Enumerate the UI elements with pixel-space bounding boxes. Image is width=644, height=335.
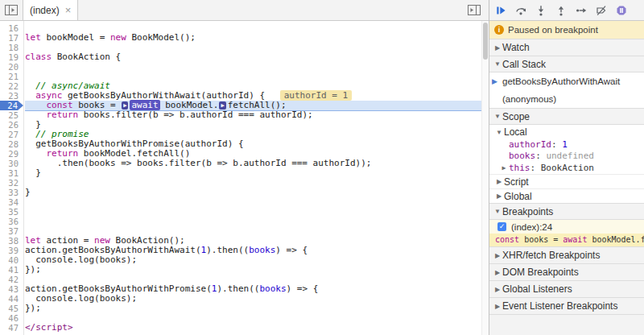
line-number[interactable]: 31 xyxy=(0,168,23,178)
chevron-down-icon: ▼ xyxy=(493,208,502,215)
line-number[interactable]: 45 xyxy=(0,304,23,313)
line-number[interactable]: 35 xyxy=(0,207,23,217)
line-number[interactable]: 42 xyxy=(0,275,23,284)
line-number[interactable]: 33 xyxy=(0,188,23,197)
call-stack-frame[interactable]: (anonymous) xyxy=(489,90,644,108)
line-number[interactable]: 47 xyxy=(0,323,23,333)
line-number[interactable]: 29 xyxy=(0,149,23,159)
code-line[interactable]: console.log(books); xyxy=(25,294,481,304)
code-line[interactable] xyxy=(25,178,481,188)
line-number[interactable]: 16 xyxy=(0,23,23,33)
file-tab[interactable]: (index) × xyxy=(23,0,78,20)
scope-group-global[interactable]: ▶Global xyxy=(489,188,644,203)
breakpoint-entry[interactable]: ✓(index):24 xyxy=(489,220,644,234)
pause-on-exceptions-icon xyxy=(616,5,627,16)
line-number[interactable]: 39 xyxy=(0,246,23,255)
editor-pane-toggle-button[interactable] xyxy=(463,0,485,20)
section-header-scope[interactable]: ▼Scope xyxy=(489,108,644,125)
debugger-sidebar: i Paused on breakpoint ▶Watch▼Call Stack… xyxy=(489,0,644,335)
scope-group-title: Script xyxy=(504,176,529,188)
code-area[interactable]: let bookModel = new BookModel();class Bo… xyxy=(25,21,481,335)
line-number[interactable]: 30 xyxy=(0,159,23,168)
chevron-right-icon: ▶ xyxy=(494,192,504,200)
scope-variable[interactable]: ▶this: BookAction xyxy=(489,162,644,174)
breakpoint-location: (index):24 xyxy=(511,222,552,232)
line-number[interactable]: 25 xyxy=(0,110,23,120)
section-header-call-stack[interactable]: ▼Call Stack xyxy=(489,56,644,72)
deactivate-breakpoints-button[interactable] xyxy=(594,3,609,18)
panel-toggle-icon xyxy=(468,5,481,15)
code-line[interactable]: } xyxy=(25,188,481,197)
line-number[interactable]: 37 xyxy=(0,226,23,236)
close-icon[interactable]: × xyxy=(65,6,72,14)
code-line[interactable] xyxy=(25,197,481,207)
code-token: books = xyxy=(519,235,563,244)
line-number[interactable]: 46 xyxy=(0,313,23,323)
line-number[interactable]: 38 xyxy=(0,236,23,246)
scope-group-script[interactable]: ▶Script xyxy=(489,174,644,188)
line-number[interactable]: 22 xyxy=(0,81,23,91)
section-header-xhr-fetch-breakpoints[interactable]: ▶XHR/fetch Breakpoints xyxy=(489,246,644,263)
chevron-down-icon: ▼ xyxy=(494,129,504,136)
line-number[interactable]: 21 xyxy=(0,72,23,81)
code-line[interactable]: class BookAction { xyxy=(25,52,481,62)
step-into-marker-icon[interactable]: ▶ xyxy=(122,101,128,110)
section-header-dom-breakpoints[interactable]: ▶DOM Breakpoints xyxy=(489,263,644,280)
scrollbar-thumb[interactable] xyxy=(483,23,488,60)
variable-value: 1 xyxy=(562,139,568,151)
line-number[interactable]: 40 xyxy=(0,255,23,265)
breakpoint-marker[interactable]: 24 xyxy=(0,101,23,110)
section-header-event-listener-breakpoints[interactable]: ▶Event Listener Breakpoints xyxy=(489,297,644,314)
line-number[interactable]: 28 xyxy=(0,139,23,149)
line-number[interactable]: 26 xyxy=(0,120,23,130)
code-line[interactable] xyxy=(25,62,481,72)
section-header-breakpoints[interactable]: ▼Breakpoints xyxy=(489,203,644,220)
line-number[interactable]: 41 xyxy=(0,265,23,275)
code-line[interactable]: } xyxy=(25,168,481,178)
section-header-global-listeners[interactable]: ▶Global Listeners xyxy=(489,280,644,297)
scope-group-local[interactable]: ▼Local xyxy=(489,125,644,139)
step-into-marker-icon[interactable]: ▶ xyxy=(219,101,225,110)
line-number[interactable]: 17 xyxy=(0,33,23,43)
line-number[interactable]: 20 xyxy=(0,62,23,72)
step-button[interactable] xyxy=(574,3,588,18)
line-number[interactable]: 24 xyxy=(0,101,23,110)
breakpoint-checkbox[interactable]: ✓ xyxy=(497,222,506,231)
code-line[interactable] xyxy=(25,207,481,217)
section-header-watch[interactable]: ▶Watch xyxy=(489,39,644,56)
chevron-right-icon: ▶ xyxy=(493,269,502,276)
code-line[interactable] xyxy=(25,217,481,226)
editor-pane: (index) × 161718192021222324252627282930… xyxy=(0,0,489,335)
call-stack-frame[interactable]: ▶getBooksByAuthorWithAwait xyxy=(489,72,644,90)
code-line[interactable]: console.log(books); xyxy=(25,255,481,265)
code-line[interactable]: .then(books => books.filter(b => b.autho… xyxy=(25,159,481,168)
line-number-gutter[interactable]: 1617181920212223242526272829303132333435… xyxy=(0,21,24,335)
code-line[interactable]: }); xyxy=(25,304,481,313)
line-number[interactable]: 27 xyxy=(0,130,23,139)
code-line[interactable] xyxy=(25,313,481,323)
line-number[interactable]: 19 xyxy=(0,52,23,62)
editor-scrollbar[interactable] xyxy=(481,21,489,335)
section-title: Call Stack xyxy=(502,59,546,70)
line-number[interactable]: 44 xyxy=(0,294,23,304)
line-number[interactable]: 23 xyxy=(0,91,23,101)
line-number[interactable]: 18 xyxy=(0,43,23,52)
step-over-button[interactable] xyxy=(514,3,528,18)
line-number[interactable]: 36 xyxy=(0,217,23,226)
step-into-button[interactable] xyxy=(534,3,548,18)
pause-on-exceptions-button[interactable] xyxy=(614,3,629,18)
chevron-down-icon: ▼ xyxy=(493,60,502,68)
code-line[interactable]: return books.filter(b => b.authorId === … xyxy=(25,110,481,120)
line-number[interactable]: 34 xyxy=(0,197,23,207)
navigator-toggle-button[interactable] xyxy=(0,0,23,20)
step-out-button[interactable] xyxy=(554,3,568,18)
resume-button[interactable] xyxy=(493,3,508,18)
line-number[interactable]: 32 xyxy=(0,178,23,188)
code-line[interactable]: </script> xyxy=(25,323,481,333)
code-line[interactable]: }); xyxy=(25,265,481,275)
breakpoint-snippet[interactable]: const books = await bookModel.fetc xyxy=(489,234,644,246)
code-line[interactable]: } xyxy=(25,120,481,130)
line-number[interactable]: 43 xyxy=(0,284,23,294)
code-line[interactable]: let bookModel = new BookModel(); xyxy=(25,33,481,43)
code-editor[interactable]: 1617181920212223242526272829303132333435… xyxy=(0,21,489,335)
